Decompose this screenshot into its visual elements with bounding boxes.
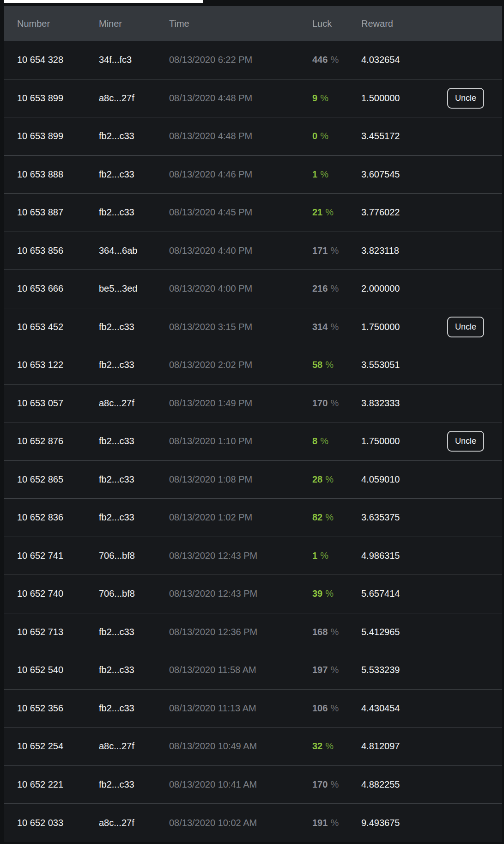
header-luck: Luck: [312, 18, 361, 29]
block-number-cell: 10 653 887: [4, 207, 99, 218]
block-number-cell: 10 654 328: [4, 55, 99, 65]
luck-percent-sign: %: [330, 665, 339, 675]
table-row: 10 652 540 fb2...c33 08/13/2020 11:58 AM…: [4, 651, 502, 690]
luck-cell: 9%: [312, 93, 361, 104]
miner-link[interactable]: fb2...c33: [99, 207, 169, 218]
luck-value: 216: [312, 283, 328, 294]
luck-value: 1: [312, 169, 317, 179]
luck-value: 171: [312, 245, 328, 256]
luck-value: 446: [312, 55, 328, 65]
miner-link[interactable]: fb2...c33: [99, 322, 169, 332]
luck-percent-sign: %: [320, 169, 328, 179]
header-reward: Reward: [361, 18, 447, 29]
luck-value: 314: [312, 322, 328, 332]
table-row: 10 652 033 a8c...27f 08/13/2020 10:02 AM…: [4, 804, 502, 842]
time-cell: 08/13/2020 12:43 PM: [169, 588, 312, 599]
luck-value: 39: [312, 588, 322, 599]
table-row: 10 653 666 be5...3ed 08/13/2020 4:00 PM …: [4, 270, 502, 308]
miner-link[interactable]: a8c...27f: [99, 398, 169, 409]
block-number-cell: 10 653 888: [4, 169, 99, 180]
reward-cell: 5.657414: [361, 588, 447, 599]
luck-cell: 82%: [312, 512, 361, 523]
miner-link[interactable]: fb2...c33: [99, 512, 169, 523]
reward-cell: 3.607545: [361, 169, 447, 180]
reward-cell: 3.635375: [361, 512, 447, 523]
block-number-cell: 10 653 122: [4, 360, 99, 370]
header-miner: Miner: [99, 18, 169, 29]
time-cell: 08/13/2020 1:02 PM: [169, 512, 312, 523]
miner-link[interactable]: fb2...c33: [99, 627, 169, 637]
luck-value: 9: [312, 93, 317, 103]
uncle-badge: Uncle: [447, 431, 484, 452]
block-number-cell: 10 653 856: [4, 245, 99, 256]
block-number-cell: 10 653 057: [4, 398, 99, 409]
luck-percent-sign: %: [330, 779, 339, 789]
luck-cell: 106%: [312, 703, 361, 714]
time-cell: 08/13/2020 12:36 PM: [169, 627, 312, 637]
table-row: 10 652 254 a8c...27f 08/13/2020 10:49 AM…: [4, 728, 502, 766]
luck-percent-sign: %: [320, 131, 328, 141]
table-row: 10 653 856 364...6ab 08/13/2020 4:40 PM …: [4, 232, 502, 270]
luck-cell: 8%: [312, 436, 361, 446]
badge-cell: Uncle: [447, 317, 502, 337]
table-row: 10 653 899 a8c...27f 08/13/2020 4:48 PM …: [4, 80, 502, 118]
reward-cell: 5.412965: [361, 627, 447, 637]
luck-cell: 28%: [312, 474, 361, 485]
luck-cell: 171%: [312, 245, 361, 256]
miner-link[interactable]: 706...bf8: [99, 588, 169, 599]
reward-cell: 3.832333: [361, 398, 447, 409]
table-row: 10 653 122 fb2...c33 08/13/2020 2:02 PM …: [4, 346, 502, 385]
reward-cell: 3.823118: [361, 245, 447, 256]
time-cell: 08/13/2020 6:22 PM: [169, 55, 312, 65]
miner-link[interactable]: fb2...c33: [99, 703, 169, 714]
miner-link[interactable]: fb2...c33: [99, 779, 169, 790]
badge-cell: Uncle: [447, 431, 502, 452]
tab-strip: [4, 0, 502, 6]
table-row: 10 652 876 fb2...c33 08/13/2020 1:10 PM …: [4, 422, 502, 461]
luck-cell: 58%: [312, 360, 361, 370]
miner-link[interactable]: fb2...c33: [99, 169, 169, 180]
reward-cell: 9.493675: [361, 818, 447, 828]
miner-link[interactable]: a8c...27f: [99, 93, 169, 104]
badge-cell: Uncle: [447, 88, 502, 109]
miner-link[interactable]: a8c...27f: [99, 818, 169, 828]
time-cell: 08/13/2020 10:41 AM: [169, 779, 312, 790]
table-row: 10 652 741 706...bf8 08/13/2020 12:43 PM…: [4, 537, 502, 575]
time-cell: 08/13/2020 10:02 AM: [169, 818, 312, 828]
miner-link[interactable]: be5...3ed: [99, 283, 169, 294]
luck-percent-sign: %: [320, 550, 328, 561]
miner-link[interactable]: a8c...27f: [99, 741, 169, 752]
miner-link[interactable]: fb2...c33: [99, 474, 169, 485]
luck-value: 106: [312, 703, 328, 713]
miner-link[interactable]: 34f...fc3: [99, 55, 169, 65]
table-row: 10 652 221 fb2...c33 08/13/2020 10:41 AM…: [4, 766, 502, 804]
block-number-cell: 10 653 899: [4, 131, 99, 141]
luck-percent-sign: %: [330, 322, 339, 332]
luck-cell: 1%: [312, 169, 361, 180]
block-number-cell: 10 652 221: [4, 779, 99, 790]
luck-cell: 21%: [312, 207, 361, 218]
header-number: Number: [4, 18, 99, 29]
miner-link[interactable]: fb2...c33: [99, 436, 169, 446]
time-cell: 08/13/2020 4:48 PM: [169, 93, 312, 104]
block-number-cell: 10 653 899: [4, 93, 99, 104]
block-number-cell: 10 652 254: [4, 741, 99, 752]
miner-link[interactable]: fb2...c33: [99, 665, 169, 675]
luck-cell: 168%: [312, 627, 361, 637]
reward-cell: 4.430454: [361, 703, 447, 714]
miner-link[interactable]: 706...bf8: [99, 550, 169, 561]
block-number-cell: 10 653 452: [4, 322, 99, 332]
miner-link[interactable]: 364...6ab: [99, 245, 169, 256]
block-number-cell: 10 652 876: [4, 436, 99, 446]
block-number-cell: 10 652 741: [4, 550, 99, 561]
miner-link[interactable]: fb2...c33: [99, 131, 169, 141]
luck-percent-sign: %: [320, 93, 328, 103]
luck-value: 191: [312, 818, 328, 828]
luck-percent-sign: %: [330, 627, 339, 637]
reward-cell: 4.059010: [361, 474, 447, 485]
block-number-cell: 10 652 540: [4, 665, 99, 675]
time-cell: 08/13/2020 4:40 PM: [169, 245, 312, 256]
miner-link[interactable]: fb2...c33: [99, 360, 169, 370]
time-cell: 08/13/2020 10:49 AM: [169, 741, 312, 752]
reward-cell: 4.986315: [361, 550, 447, 561]
